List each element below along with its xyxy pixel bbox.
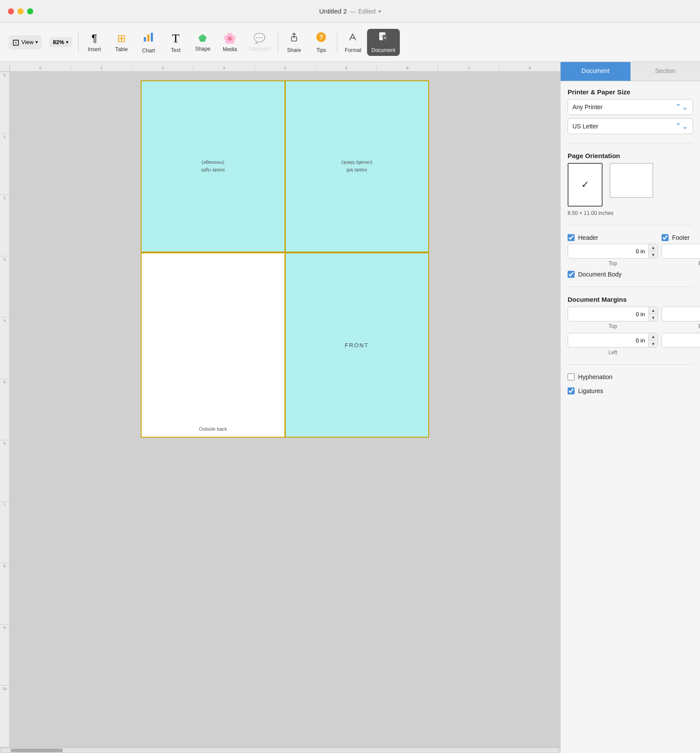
footer-checkbox[interactable] [662, 234, 669, 241]
margin-left-input[interactable] [568, 335, 648, 346]
footer-input-stepper: ▲ ▼ [662, 244, 700, 259]
share-icon [288, 31, 300, 45]
margin-left-stepper: ▲ ▼ [568, 333, 658, 348]
tab-section[interactable]: Section [631, 62, 700, 81]
orientation-portrait[interactable]: ✓ [568, 163, 603, 207]
media-label: Media [223, 46, 237, 52]
header-step-up[interactable]: ▲ [649, 244, 658, 251]
document-label: Document [371, 47, 395, 53]
ruler-mark-2: 2 [132, 66, 193, 71]
hyphenation-label: Hyphenation [578, 373, 613, 380]
minimize-button[interactable] [17, 8, 24, 14]
shape-label: Shape [195, 46, 211, 52]
table-icon: ⊞ [117, 32, 126, 45]
pages-wrapper: inside right(message) inside left(usuall… [141, 80, 429, 438]
canvas-scroll[interactable]: 0 1 2 3 4 5 6 7 8 9 10 [0, 72, 560, 747]
ruler-mark-0: 0 [10, 66, 71, 71]
document-button[interactable]: Document [367, 29, 400, 56]
ruler-corner [0, 62, 10, 72]
hyphenation-row: Hyphenation [568, 373, 693, 380]
margin-top-step-up[interactable]: ▲ [649, 307, 658, 314]
document-body-label: Document Body [578, 271, 622, 278]
document-body-checkbox[interactable] [568, 271, 575, 278]
canvas-bottom-space [18, 438, 551, 534]
view-icon: ⊡ [12, 37, 20, 48]
ruler-mark-1: 1 [71, 66, 132, 71]
ruler-mark-8: 8 [499, 66, 560, 71]
margin-bottom-input[interactable] [662, 308, 700, 320]
edited-label: Edited [358, 8, 376, 15]
media-button[interactable]: 🌸 Media [217, 30, 243, 55]
printer-select[interactable]: Any Printer ⌃⌄ [568, 99, 693, 115]
title-text: Untitled 2 [319, 7, 347, 15]
main-area: 0 1 2 3 4 5 6 7 8 0 1 2 3 4 5 6 7 [0, 62, 700, 753]
hyphenation-checkbox[interactable] [568, 373, 575, 380]
margin-top-input[interactable] [568, 308, 648, 320]
ruler-marks: 0 1 2 3 4 5 6 7 8 [10, 66, 560, 71]
zoom-control[interactable]: 82% ▾ [46, 35, 76, 49]
margin-top-step-down[interactable]: ▼ [649, 314, 658, 321]
ruler-mark-5: 5 [315, 66, 377, 71]
format-label: Format [345, 47, 361, 53]
margin-right-input[interactable] [662, 335, 700, 346]
divider-margins-hyph [568, 364, 693, 365]
comment-label: Comment [248, 46, 271, 52]
zoom-chevron-icon: ▾ [66, 39, 69, 45]
header-label: Header [578, 234, 598, 241]
text-button[interactable]: T Text [163, 29, 189, 56]
horizontal-scrollbar[interactable] [0, 747, 560, 753]
tips-button[interactable]: ? Tips [308, 29, 334, 56]
format-icon [347, 31, 359, 45]
ligatures-checkbox[interactable] [568, 387, 575, 394]
tab-document[interactable]: Document [561, 62, 631, 81]
margin-left-step-down[interactable]: ▼ [649, 340, 658, 347]
orientation-options: ✓ [568, 163, 693, 207]
printer-paper-title: Printer & Paper Size [568, 88, 693, 96]
chart-button[interactable]: Chart [135, 28, 162, 56]
media-icon: 🌸 [223, 32, 236, 45]
document-icon [378, 31, 389, 45]
footer-checkbox-row: Footer [662, 234, 700, 241]
ruler-mark-3: 3 [193, 66, 254, 71]
front-label: FRONT [345, 342, 369, 349]
margin-top-steppers: ▲ ▼ [648, 307, 658, 321]
orientation-landscape[interactable] [610, 163, 653, 207]
format-button[interactable]: Format [340, 29, 366, 56]
title-chevron[interactable]: ▾ [378, 8, 381, 14]
margin-bottom-stepper: ▲ ▼ [662, 307, 700, 321]
printer-value: Any Printer [572, 104, 603, 111]
header-footer-inputs: Header ▲ ▼ Top [568, 234, 693, 266]
header-checkbox[interactable] [568, 234, 575, 241]
close-button[interactable] [8, 8, 14, 14]
share-button[interactable]: Share [281, 29, 307, 56]
margins-inputs: ▲ ▼ Top ▲ ▼ [568, 307, 693, 356]
text-icon: T [172, 31, 179, 45]
margin-right-group: ▲ ▼ Right [662, 333, 700, 356]
footer-input[interactable] [662, 245, 700, 257]
margin-left-step-up[interactable]: ▲ [649, 333, 658, 340]
margin-left-group: ▲ ▼ Left [568, 333, 658, 356]
paper-select[interactable]: US Letter ⌃⌄ [568, 118, 693, 134]
svg-rect-1 [147, 35, 149, 41]
scrollbar-track [2, 749, 558, 752]
ligatures-label: Ligatures [578, 387, 603, 394]
table-button[interactable]: ⊞ Table [108, 30, 135, 55]
svg-rect-12 [383, 35, 387, 41]
zoom-label: 82% [53, 39, 64, 45]
page-orientation-section: Page Orientation ✓ 8.50 × 11.00 inches [568, 152, 693, 216]
share-label: Share [287, 47, 301, 53]
maximize-button[interactable] [27, 8, 33, 14]
header-input[interactable] [568, 245, 648, 257]
view-control[interactable]: ⊡ View ▾ [5, 34, 45, 51]
footer-input-group: ▲ ▼ Bottom [662, 244, 700, 266]
insert-button[interactable]: ¶ Insert [81, 30, 107, 55]
header-group: Header ▲ ▼ Top [568, 234, 658, 266]
margin-right-stepper: ▲ ▼ [662, 333, 700, 348]
header-steppers: ▲ ▼ [648, 244, 658, 258]
scrollbar-thumb[interactable] [10, 749, 63, 752]
shape-button[interactable]: ⬟ Shape [190, 30, 216, 55]
header-step-down[interactable]: ▼ [649, 251, 658, 258]
comment-icon: 💬 [253, 33, 265, 44]
comment-button[interactable]: 💬 Comment [244, 30, 275, 55]
text-label: Text [171, 47, 180, 53]
